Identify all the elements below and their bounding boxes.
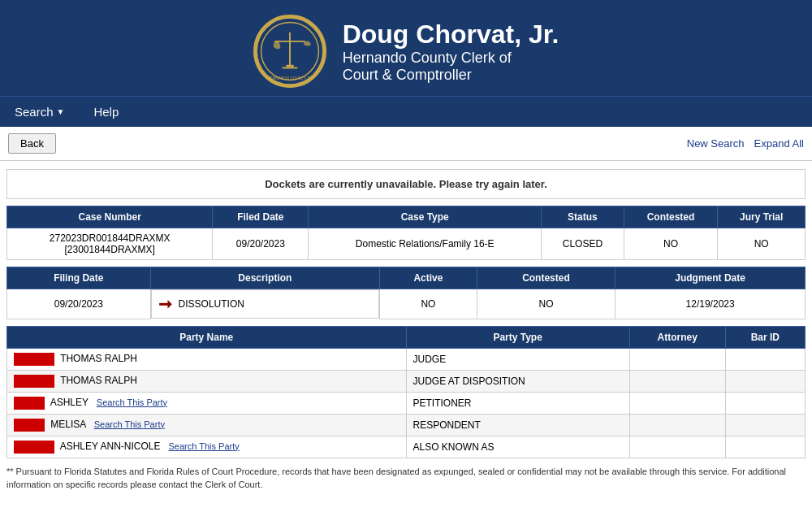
filing-table: Filing Date Description Active Contested…: [6, 267, 806, 319]
party-table: Party Name Party Type Attorney Bar ID TH…: [6, 326, 806, 458]
search-dropdown-arrow: ▼: [57, 107, 65, 116]
main-content: Dockets are currently unavailable. Pleas…: [0, 161, 812, 500]
nav-help[interactable]: Help: [79, 97, 133, 127]
footnote: ** Pursuant to Florida Statutes and Flor…: [6, 465, 806, 492]
party-name-5: ASHLEY ANN-NICOLE Search This Party: [7, 436, 407, 458]
svg-rect-5: [282, 67, 297, 69]
description-cell: ➞ DISSOLUTION: [151, 289, 380, 319]
filing-row: 09/20/2023 ➞ DISSOLUTION NO NO 12/19/202…: [7, 289, 806, 319]
col-case-number: Case Number: [7, 206, 213, 228]
bar-id-2: [725, 370, 805, 392]
toolbar-right: New Search Expand All: [687, 137, 804, 150]
col-party-name: Party Name: [7, 326, 407, 348]
bar-id-3: [725, 392, 805, 414]
case-number-cell: 272023DR001844DRAXMX [23001844DRAXMX]: [7, 228, 213, 260]
col-filing-date: Filing Date: [7, 267, 151, 289]
party-row-2: THOMAS RALPH JUDGE AT DISPOSITION: [7, 370, 806, 392]
attorney-1: [629, 348, 725, 370]
party-type-5: ALSO KNOWN AS: [406, 436, 629, 458]
col-filed-date: Filed Date: [213, 206, 309, 228]
col-party-type: Party Type: [406, 326, 629, 348]
expand-all-link[interactable]: Expand All: [754, 137, 804, 150]
judgment-date-cell: 12/19/2023: [615, 289, 806, 319]
attorney-4: [629, 414, 725, 436]
top-bar: [0, 0, 812, 7]
redacted-bar-1: [14, 353, 54, 366]
party-name-2: THOMAS RALPH: [7, 370, 407, 392]
header: HERNANDO COUNTY, FL Doug Chorvat, Jr. He…: [0, 7, 812, 96]
party-type-3: PETITIONER: [406, 392, 629, 414]
case-row: 272023DR001844DRAXMX [23001844DRAXMX] 09…: [7, 228, 806, 260]
contested-cell: NO: [624, 228, 718, 260]
redacted-bar-5: [14, 441, 54, 454]
header-subtitle1: Hernando County Clerk of Court & Comptro…: [343, 50, 559, 84]
attorney-3: [629, 392, 725, 414]
col-case-type: Case Type: [309, 206, 542, 228]
case-table: Case Number Filed Date Case Type Status …: [6, 206, 806, 260]
redacted-bar-4: [14, 419, 45, 432]
party-name-3: ASHLEY Search This Party: [7, 392, 407, 414]
nav-search[interactable]: Search ▼: [0, 97, 79, 127]
svg-rect-4: [286, 65, 293, 67]
attorney-2: [629, 370, 725, 392]
redacted-bar-3: [14, 397, 45, 410]
party-name-4: MELISA Search This Party: [7, 414, 407, 436]
filed-date-cell: 09/20/2023: [213, 228, 309, 260]
col-jury-trial: Jury Trial: [718, 206, 806, 228]
redacted-bar-2: [14, 375, 54, 388]
status-cell: CLOSED: [542, 228, 624, 260]
arrow-icon: ➞: [158, 294, 172, 314]
header-text: Doug Chorvat, Jr. Hernando County Clerk …: [343, 20, 559, 84]
contested2-cell: NO: [477, 289, 615, 319]
party-name-1: THOMAS RALPH: [7, 348, 407, 370]
search-link-5[interactable]: Search This Party: [169, 441, 240, 451]
toolbar: Back New Search Expand All: [0, 127, 812, 161]
party-type-1: JUDGE: [406, 348, 629, 370]
toolbar-left: Back: [8, 133, 56, 154]
bar-id-5: [725, 436, 805, 458]
header-title: Doug Chorvat, Jr.: [343, 20, 559, 50]
logo: HERNANDO COUNTY, FL: [253, 15, 326, 88]
party-row-3: ASHLEY Search This Party PETITIONER: [7, 392, 806, 414]
search-link-3[interactable]: Search This Party: [97, 397, 167, 407]
navbar: Search ▼ Help: [0, 96, 812, 127]
case-type-cell: Domestic Relations/Family 16-E: [309, 228, 542, 260]
col-attorney: Attorney: [629, 326, 725, 348]
col-description: Description: [150, 267, 380, 289]
back-button[interactable]: Back: [8, 133, 56, 154]
notice-box: Dockets are currently unavailable. Pleas…: [6, 169, 806, 199]
party-section: Party Name Party Type Attorney Bar ID TH…: [6, 326, 806, 458]
filing-date-cell: 09/20/2023: [7, 289, 151, 319]
party-type-4: RESPONDENT: [406, 414, 629, 436]
col-judgment-date: Judgment Date: [615, 267, 806, 289]
party-type-2: JUDGE AT DISPOSITION: [406, 370, 629, 392]
bar-id-4: [725, 414, 805, 436]
col-status: Status: [542, 206, 624, 228]
col-contested: Contested: [624, 206, 718, 228]
party-row-1: THOMAS RALPH JUDGE: [7, 348, 806, 370]
active-cell: NO: [380, 289, 477, 319]
col-contested2: Contested: [477, 267, 615, 289]
col-bar-id: Bar ID: [725, 326, 805, 348]
new-search-link[interactable]: New Search: [687, 137, 745, 150]
col-active: Active: [380, 267, 477, 289]
search-link-4[interactable]: Search This Party: [94, 419, 165, 429]
notice-text: Dockets are currently unavailable. Pleas…: [265, 178, 547, 190]
jury-trial-cell: NO: [718, 228, 806, 260]
party-row-5: ASHLEY ANN-NICOLE Search This Party ALSO…: [7, 436, 806, 458]
attorney-5: [629, 436, 725, 458]
svg-text:HERNANDO COUNTY, FL: HERNANDO COUNTY, FL: [267, 76, 312, 80]
bar-id-1: [725, 348, 805, 370]
party-row-4: MELISA Search This Party RESPONDENT: [7, 414, 806, 436]
